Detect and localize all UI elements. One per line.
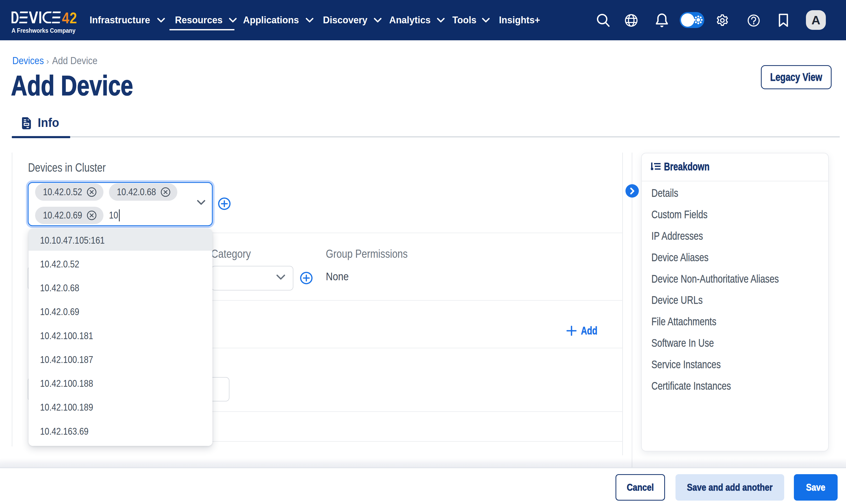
- svg-text:4: 4: [62, 12, 70, 23]
- svg-text:2: 2: [70, 12, 76, 23]
